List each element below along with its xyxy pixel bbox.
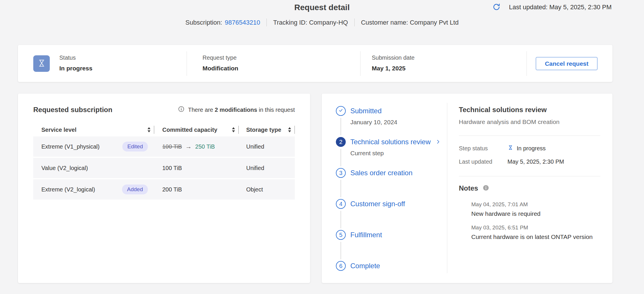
modifications-note: There are 2 modifications in this reques… xyxy=(178,106,295,114)
divider xyxy=(360,51,360,76)
note-text: New hardware is required xyxy=(471,210,540,217)
progress-card: Submitted January 10, 2024 2 Technical s… xyxy=(322,94,612,283)
chevron-right-icon xyxy=(436,138,441,146)
capacity-value: 200 TiB xyxy=(162,186,182,193)
tracking-id-text: Tracking ID: Company-HQ xyxy=(273,19,348,26)
capacity-value: 100 TiB xyxy=(162,165,182,171)
status-block: Status In progress xyxy=(59,54,92,72)
divider xyxy=(295,126,295,134)
step-link-fulfillment[interactable]: Fulfillment xyxy=(350,231,382,239)
step-link-submitted[interactable]: Submitted xyxy=(350,107,382,115)
request-type-value: Modification xyxy=(203,65,238,72)
status-value: In progress xyxy=(59,65,92,72)
divider xyxy=(354,19,355,26)
step-status-label: Step status xyxy=(459,145,507,152)
subscription-label: Subscription: xyxy=(185,19,222,26)
step-detail-subtitle: Hardware analysis and BOM creation xyxy=(459,118,600,125)
sort-icon[interactable] xyxy=(288,127,291,132)
notes-header: Notes xyxy=(459,184,600,192)
step-status-row: Step status In progress xyxy=(459,144,600,152)
column-header-service-level: Service level xyxy=(33,123,154,136)
timeline-connector xyxy=(341,180,341,197)
step-number-circle: 4 xyxy=(336,199,346,209)
capacity-old-value: 100 TiB xyxy=(162,143,182,150)
customer-name-text: Customer name: Company Pvt Ltd xyxy=(361,19,459,26)
step-sublabel: Current step xyxy=(336,150,447,157)
note-item: May 04, 2025, 7:01 AM New hardware is re… xyxy=(459,201,600,217)
step-detail-panel: Technical solutions review Hardware anal… xyxy=(459,106,600,240)
divider xyxy=(459,136,600,136)
table-row: Extreme (V1_physical) Edited 100 TiB → 2… xyxy=(33,136,295,157)
column-header-storage-type: Storage type xyxy=(239,123,295,136)
last-updated-text: Last updated: May 5, 2025, 2:30 PM xyxy=(509,3,612,11)
submission-date-block: Submission date May 1, 2025 xyxy=(372,54,415,72)
note-timestamp: May 03, 2025, 6:51 PM xyxy=(471,224,593,231)
step-current-circle: 2 xyxy=(336,137,346,147)
capacity-new-value: 250 TiB xyxy=(195,143,215,150)
cancel-request-button[interactable]: Cancel request xyxy=(536,57,597,70)
steps-timeline: Submitted January 10, 2024 2 Technical s… xyxy=(322,94,447,283)
storage-type-value: Unified xyxy=(246,165,264,171)
step-link-customer-sign-off[interactable]: Customer sign-off xyxy=(350,200,405,208)
subheader: Subscription: 9876543210 Tracking ID: Co… xyxy=(0,19,644,26)
added-badge: Added xyxy=(122,185,148,194)
subscription-pair: Subscription: 9876543210 xyxy=(185,19,260,26)
divider xyxy=(187,51,187,76)
step-number-circle: 3 xyxy=(336,168,346,178)
note-item: May 03, 2025, 6:51 PM Current hardware i… xyxy=(459,224,600,240)
divider xyxy=(447,103,447,273)
hourglass-icon xyxy=(507,144,514,152)
submission-date-value: May 1, 2025 xyxy=(372,65,415,72)
check-icon xyxy=(338,108,343,114)
step-last-updated-row: Last updated May 5, 2025, 2:30 PM xyxy=(459,158,600,165)
note-timestamp: May 04, 2025, 7:01 AM xyxy=(471,201,540,208)
edited-badge: Edited xyxy=(122,142,148,151)
table-row: Value (V2_logical) 100 TiB Unified xyxy=(33,158,295,178)
sort-icon[interactable] xyxy=(148,127,150,132)
timeline-connector xyxy=(341,211,341,228)
divider xyxy=(527,51,527,76)
arrow-right-icon: → xyxy=(185,143,192,150)
service-level-value: Extreme (V2_logical) xyxy=(41,186,95,193)
step-detail-title: Technical solutions review xyxy=(459,106,600,114)
step-last-updated-value: May 5, 2025, 2:30 PM xyxy=(507,158,564,165)
status-card: Status In progress Request type Modifica… xyxy=(18,45,612,82)
panel-head: Requested subscription There are 2 modif… xyxy=(33,106,295,114)
service-level-value: Value (V2_logical) xyxy=(41,165,88,171)
step-number-circle: 5 xyxy=(336,230,346,240)
step-link-sales-order-creation[interactable]: Sales order creation xyxy=(350,169,413,177)
step-done-circle xyxy=(336,106,346,116)
divider xyxy=(266,19,267,26)
timeline-step-fulfillment: 5 Fulfillment xyxy=(336,230,447,261)
status-label: Status xyxy=(59,54,92,61)
request-type-block: Request type Modification xyxy=(203,54,238,72)
timeline-connector xyxy=(341,118,341,135)
subscription-link[interactable]: 9876543210 xyxy=(225,19,260,26)
refresh-button[interactable] xyxy=(492,2,501,12)
table-header-row: Service level Committed capacity Storage… xyxy=(33,123,295,136)
timeline-connector xyxy=(341,149,341,166)
column-header-committed-capacity: Committed capacity xyxy=(154,123,239,136)
refresh-icon xyxy=(492,3,501,12)
submission-date-label: Submission date xyxy=(372,54,415,61)
step-sublabel: January 10, 2024 xyxy=(336,119,447,126)
requested-subscription-title: Requested subscription xyxy=(33,106,112,114)
hourglass-icon xyxy=(37,58,47,69)
step-status-value: In progress xyxy=(517,145,546,152)
service-level-value: Extreme (V1_physical) xyxy=(41,143,100,150)
request-detail-page: Request detail Last updated: May 5, 2025… xyxy=(0,0,644,294)
step-link-technical-solutions-review[interactable]: Technical solutions review xyxy=(350,138,441,146)
step-number-circle: 6 xyxy=(336,261,346,271)
timeline-step-sales-order-creation: 3 Sales order creation xyxy=(336,168,447,199)
notes-title: Notes xyxy=(459,184,478,192)
step-link-complete[interactable]: Complete xyxy=(350,262,380,270)
storage-type-value: Unified xyxy=(246,143,264,150)
request-type-label: Request type xyxy=(203,54,238,61)
step-last-updated-label: Last updated xyxy=(459,158,507,165)
sort-icon[interactable] xyxy=(232,127,235,132)
timeline-step-technical-solutions-review: 2 Technical solutions review Current ste… xyxy=(336,137,447,168)
storage-type-value: Object xyxy=(246,186,263,193)
info-icon[interactable] xyxy=(483,185,489,192)
refresh-area: Last updated: May 5, 2025, 2:30 PM xyxy=(492,2,612,12)
divider xyxy=(459,176,600,176)
